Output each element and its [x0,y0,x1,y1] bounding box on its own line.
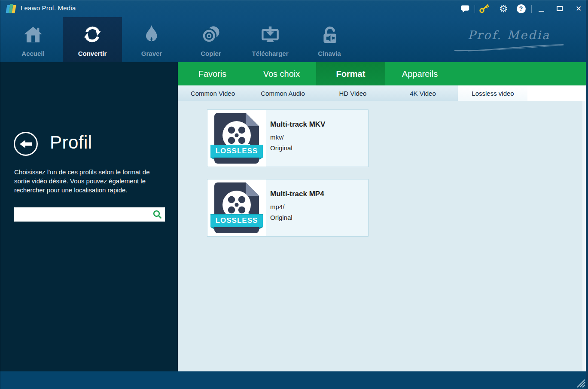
nav-item-copier[interactable]: Copier [181,17,241,62]
profile-list: LOSSLESS Multi-track MKV mkv/ Original [178,101,588,371]
back-arrow-icon [20,139,32,149]
tab-label: Lossless video [472,90,514,97]
nav-item-graver[interactable]: Graver [122,17,181,62]
window-border [0,0,0,389]
tab-label: Appareils [402,69,438,79]
nav-label: Télécharger [241,50,300,57]
resize-grip[interactable] [575,377,586,388]
nav-label: Convertir [63,50,122,57]
titlebar-separator [475,5,475,13]
tab-hd-video[interactable]: HD Video [318,85,388,101]
page-title: Profil [50,132,92,153]
window-border [586,0,588,389]
tab-label: Favoris [198,69,227,79]
titlebar-separator [531,5,532,13]
profile-search [14,207,165,222]
brand-script-text: Prof. Media [451,28,567,42]
window-title: Leawo Prof. Media [21,4,76,12]
help-button[interactable]: ? [514,2,528,15]
window-border [0,0,588,0]
minimize-button[interactable] [534,2,548,15]
tab-bar-filler [527,85,588,101]
tab-vos-choix[interactable]: Vos choix [247,62,316,85]
maximize-button[interactable] [552,2,567,15]
tab-favoris[interactable]: Favoris [178,62,247,85]
back-button[interactable] [14,132,38,156]
status-bar [0,371,588,389]
search-icon[interactable] [152,210,162,221]
tab-label: 4K Video [410,90,436,97]
discs-icon [201,24,221,44]
titlebar: Leawo Prof. Media ⚙ ? [0,0,588,17]
minimize-icon [539,11,544,12]
nav-label: Accueil [3,50,63,57]
tab-format[interactable]: Format [316,62,385,85]
card-text: Multi-track MP4 mp4/ Original [270,190,324,225]
tab-common-audio[interactable]: Common Audio [248,85,318,101]
lossless-badge: LOSSLESS [210,214,263,227]
tab-label: HD Video [339,90,367,97]
app-window: Leawo Prof. Media ⚙ ? [0,0,588,389]
close-button[interactable]: ✕ [571,2,586,15]
maximize-icon [557,6,563,11]
feedback-button[interactable] [458,2,472,15]
key-icon [478,3,490,14]
tab-label: Common Audio [261,90,305,97]
tab-appareils[interactable]: Appareils [385,62,454,85]
flame-icon [142,24,161,45]
help-icon: ? [517,4,526,13]
message-bubble-icon [460,3,471,14]
video-file-icon: LOSSLESS [214,113,259,164]
profile-quality: Original [270,214,324,221]
close-icon: ✕ [576,5,582,12]
tab-lossless-video[interactable]: Lossless video [458,85,528,101]
profile-card-mkv[interactable]: LOSSLESS Multi-track MKV mkv/ Original [207,109,369,167]
card-text: Multi-track MKV mkv/ Original [270,120,325,155]
lossless-badge: LOSSLESS [210,145,263,158]
nav-item-convertir[interactable]: Convertir [63,17,122,62]
gear-icon: ⚙ [499,4,508,14]
card-icon-panel: LOSSLESS [207,179,266,236]
nav-label: Cinavia [300,50,359,57]
tab-4k-video[interactable]: 4K Video [388,85,458,101]
vertical-scrollbar[interactable] [582,101,586,371]
nav-label: Copier [181,50,241,57]
search-input[interactable] [14,207,151,222]
tab-label: Format [336,69,366,79]
profile-format: mp4/ [270,203,324,210]
brand-swoosh [451,43,567,52]
profile-description: Choisissez l'un de ces profils selon le … [14,167,166,194]
cinavia-unlock-icon [319,24,340,44]
nav-item-telecharger[interactable]: Télécharger [241,17,300,62]
tab-label: Vos choix [263,69,300,79]
secondary-tab-bar: Common Video Common Audio HD Video 4K Vi… [178,85,588,101]
profile-title: Multi-track MP4 [270,190,324,198]
brand-signature: Prof. Media [451,28,567,52]
settings-button[interactable]: ⚙ [496,2,511,15]
nav-item-accueil[interactable]: Accueil [3,17,63,62]
download-icon [259,24,281,44]
nav-label: Graver [122,50,181,57]
profile-title: Multi-track MKV [270,120,325,129]
leawo-logo-icon [6,3,17,14]
sidebar: Profil Choisissez l'un de ces profils se… [0,62,178,371]
home-icon [23,25,43,44]
primary-tab-bar: Favoris Vos choix Format Appareils [178,62,588,85]
profile-quality: Original [270,144,325,152]
profile-card-mp4[interactable]: LOSSLESS Multi-track MP4 mp4/ Original [207,179,369,237]
header: Leawo Prof. Media ⚙ ? [0,0,588,62]
card-icon-panel: LOSSLESS [207,110,266,167]
nav-item-cinavia[interactable]: Cinavia [300,17,359,62]
video-file-icon: LOSSLESS [214,182,259,233]
tab-common-video[interactable]: Common Video [178,85,248,101]
register-button[interactable] [477,2,491,15]
profile-format: mkv/ [270,134,325,141]
convert-refresh-icon [82,24,103,45]
tab-label: Common Video [191,90,235,97]
